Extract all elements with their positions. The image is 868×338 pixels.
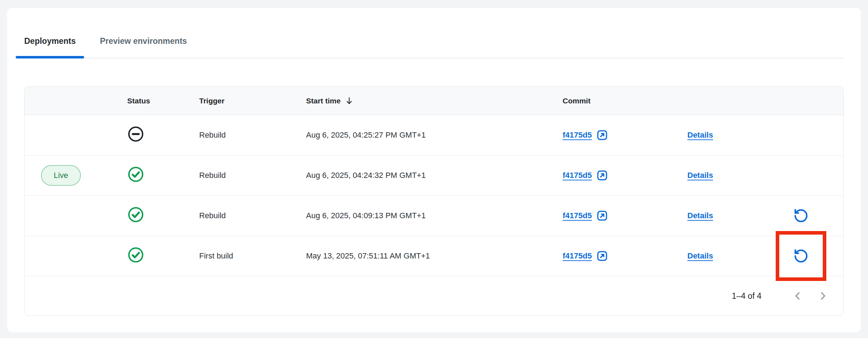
start-time-cell: Aug 6, 2025, 04:24:32 PM GMT+1 [306, 171, 563, 180]
minus-circle-icon [127, 126, 144, 143]
pagination: 1–4 of 4 [25, 288, 843, 304]
table-row: Live Rebuild Aug 6, 2025, 04:24:32 PM GM… [25, 155, 843, 196]
start-time-cell: May 13, 2025, 07:51:11 AM GMT+1 [306, 251, 563, 261]
table-footer-row: 1–4 of 4 [25, 276, 843, 316]
tab-preview-environments[interactable]: Preview environments [91, 36, 195, 58]
table-header-row: Status Trigger Start time Commit [25, 87, 843, 115]
commit-link[interactable]: f4175d5 [563, 251, 592, 261]
tab-deployments[interactable]: Deployments [16, 36, 84, 58]
check-circle-icon [127, 206, 144, 223]
header-start-time-label: Start time [306, 97, 341, 105]
trigger-cell: Rebuild [199, 171, 306, 180]
retry-deployment-rotate-ccw-icon[interactable] [791, 205, 811, 226]
commit-link[interactable]: f4175d5 [563, 211, 592, 220]
check-circle-icon [127, 166, 144, 183]
live-badge: Live [41, 165, 81, 186]
external-link-icon[interactable] [596, 250, 608, 262]
details-link[interactable]: Details [687, 130, 713, 139]
trigger-cell: First build [199, 251, 306, 261]
tab-bar: Deployments Preview environments [24, 36, 844, 58]
previous-page-chevron-left-icon[interactable] [790, 288, 806, 304]
external-link-icon[interactable] [596, 210, 608, 222]
details-link[interactable]: Details [687, 171, 713, 180]
commit-link[interactable]: f4175d5 [563, 171, 592, 180]
header-commit: Commit [563, 97, 687, 105]
details-link[interactable]: Details [687, 251, 713, 260]
trigger-cell: Rebuild [199, 130, 306, 140]
next-page-chevron-right-icon[interactable] [815, 288, 831, 304]
table-row: Rebuild Aug 6, 2025, 04:09:13 PM GMT+1 f… [25, 196, 843, 236]
external-link-icon[interactable] [596, 169, 608, 181]
header-trigger: Trigger [199, 97, 306, 105]
header-status: Status [110, 97, 199, 105]
trigger-cell: Rebuild [199, 211, 306, 220]
header-start-time[interactable]: Start time [306, 96, 563, 106]
table-row: Rebuild Aug 6, 2025, 04:25:27 PM GMT+1 f… [25, 115, 843, 155]
commit-link[interactable]: f4175d5 [563, 130, 592, 140]
details-link[interactable]: Details [687, 211, 713, 220]
start-time-cell: Aug 6, 2025, 04:25:27 PM GMT+1 [306, 130, 563, 140]
retry-deployment-rotate-ccw-icon[interactable] [791, 246, 811, 266]
sort-descending-arrow-down-icon[interactable] [344, 96, 354, 106]
pagination-range-label: 1–4 of 4 [732, 291, 761, 301]
external-link-icon[interactable] [596, 129, 608, 141]
deployments-table: Status Trigger Start time Commit [24, 86, 844, 316]
table-row: First build May 13, 2025, 07:51:11 AM GM… [25, 236, 843, 276]
deployments-panel: Deployments Preview environments Status … [7, 8, 861, 332]
check-circle-icon [127, 246, 144, 263]
start-time-cell: Aug 6, 2025, 04:09:13 PM GMT+1 [306, 211, 563, 220]
